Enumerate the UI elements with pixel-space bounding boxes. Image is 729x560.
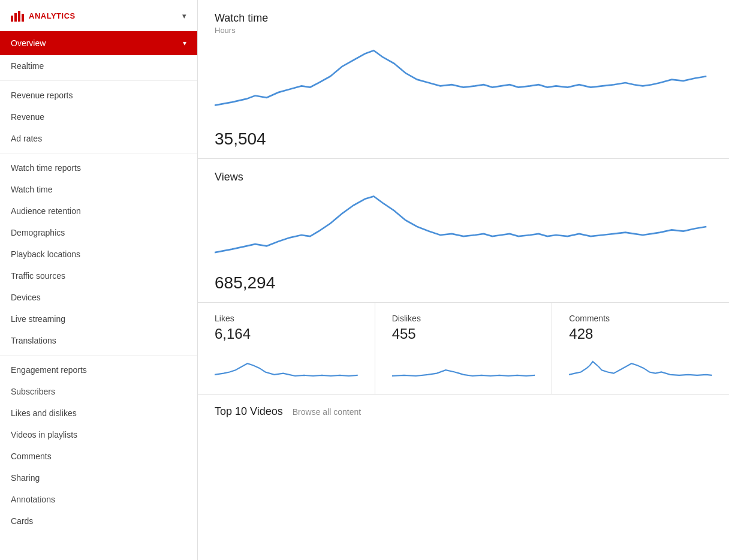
watch-time-svg xyxy=(215,41,712,125)
views-value: 685,294 xyxy=(215,273,712,293)
svg-rect-1 xyxy=(14,13,17,22)
sidebar-item-devices[interactable]: Devices xyxy=(0,287,197,308)
sidebar-item-ad-rates[interactable]: Ad rates xyxy=(0,128,197,149)
dislikes-chart xyxy=(392,347,535,383)
svg-rect-3 xyxy=(22,14,24,22)
top-videos-title: Top 10 Videos xyxy=(215,405,283,418)
watch-time-section: Watch time Hours 35,504 xyxy=(198,0,729,159)
sidebar-item-live-streaming[interactable]: Live streaming xyxy=(0,308,197,330)
top-videos-section: Top 10 Videos Browse all content xyxy=(198,395,729,429)
sidebar-item-watch-time[interactable]: Watch time xyxy=(0,179,197,200)
watch-time-subtitle: Hours xyxy=(215,26,712,35)
sidebar-item-watch-time-reports[interactable]: Watch time reports xyxy=(0,157,197,179)
watch-time-chart xyxy=(215,41,712,125)
sidebar-item-demographics[interactable]: Demographics xyxy=(0,222,197,243)
sidebar-item-revenue[interactable]: Revenue xyxy=(0,106,197,128)
sidebar-item-translations[interactable]: Translations xyxy=(0,330,197,351)
sidebar-item-revenue-reports[interactable]: Revenue reports xyxy=(0,85,197,106)
sidebar-item-realtime[interactable]: Realtime xyxy=(0,55,197,77)
likes-value: 6,164 xyxy=(215,326,358,342)
overview-chevron-icon: ▾ xyxy=(183,39,186,47)
sidebar-item-traffic-sources[interactable]: Traffic sources xyxy=(0,265,197,287)
analytics-chevron-icon: ▾ xyxy=(182,11,186,20)
analytics-label: ANALYTICS xyxy=(29,11,76,20)
watch-time-title: Watch time xyxy=(215,12,712,25)
sidebar-divider-3 xyxy=(0,355,197,356)
comments-chart xyxy=(569,347,712,383)
sidebar-divider-2 xyxy=(0,153,197,153)
sidebar-divider-1 xyxy=(0,80,197,81)
analytics-icon xyxy=(11,10,24,22)
sidebar-item-audience-retention[interactable]: Audience retention xyxy=(0,200,197,222)
dislikes-card: Dislikes 455 xyxy=(375,303,553,394)
dislikes-label: Dislikes xyxy=(392,314,535,323)
comments-label: Comments xyxy=(569,314,712,323)
analytics-header[interactable]: ANALYTICS ▾ xyxy=(0,0,197,31)
svg-rect-0 xyxy=(11,16,13,22)
stats-row: Likes 6,164 Dislikes 455 Comments 428 xyxy=(198,303,729,395)
sidebar-item-overview[interactable]: Overview ▾ xyxy=(0,31,197,55)
views-title: Views xyxy=(215,171,712,183)
sidebar-item-likes-dislikes[interactable]: Likes and dislikes xyxy=(0,402,197,424)
comments-card: Comments 428 xyxy=(552,303,729,394)
sidebar-item-sharing[interactable]: Sharing xyxy=(0,467,197,489)
sidebar-item-cards[interactable]: Cards xyxy=(0,510,197,532)
views-section: Views 685,294 xyxy=(198,159,729,303)
likes-card: Likes 6,164 xyxy=(198,303,375,394)
sidebar-item-engagement-reports[interactable]: Engagement reports xyxy=(0,359,197,381)
sidebar-item-annotations[interactable]: Annotations xyxy=(0,489,197,510)
likes-chart xyxy=(215,347,358,383)
sidebar-item-comments[interactable]: Comments xyxy=(0,445,197,467)
sidebar-item-playback-locations[interactable]: Playback locations xyxy=(0,243,197,265)
main-content: Watch time Hours 35,504 Views 685,294 Li… xyxy=(198,0,729,560)
comments-value: 428 xyxy=(569,326,712,342)
sidebar-item-subscribers[interactable]: Subscribers xyxy=(0,381,197,402)
watch-time-value: 35,504 xyxy=(215,130,712,149)
views-chart xyxy=(215,185,712,269)
views-svg xyxy=(215,185,712,269)
svg-rect-2 xyxy=(18,11,20,22)
dislikes-value: 455 xyxy=(392,326,535,342)
sidebar-item-videos-playlists[interactable]: Videos in playlists xyxy=(0,424,197,445)
likes-label: Likes xyxy=(215,314,358,323)
browse-all-link[interactable]: Browse all content xyxy=(293,407,361,417)
overview-label: Overview xyxy=(11,38,46,48)
sidebar: ANALYTICS ▾ Overview ▾ Realtime Revenue … xyxy=(0,0,198,560)
